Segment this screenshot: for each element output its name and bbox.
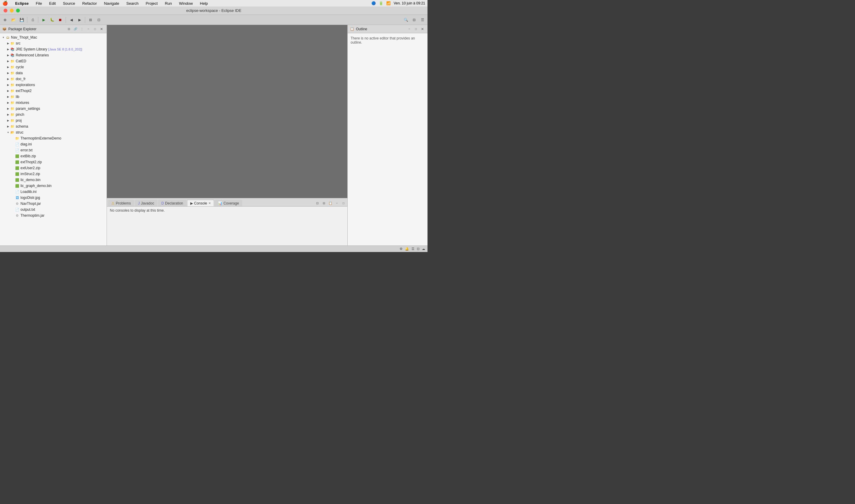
outline-close-button[interactable]: ✕ [420, 26, 425, 32]
toolbar-forward[interactable]: ▶ [76, 16, 84, 23]
toolbar-right-1[interactable]: ⊟ [410, 16, 418, 23]
menu-window[interactable]: Window [178, 1, 194, 6]
tree-item-data[interactable]: ▶ 📁 data [0, 70, 107, 76]
tab-declaration[interactable]: D Declaration [158, 200, 186, 206]
outline-maximize-button[interactable]: □ [413, 26, 418, 32]
file-licgraph-icon: 🟩 [15, 183, 20, 188]
toolbar-maximize[interactable]: ⊡ [95, 16, 103, 23]
tree-item-cycle[interactable]: ▶ 📁 cycle [0, 64, 107, 70]
tree-item-struc[interactable]: ▾ 📂 struc [0, 129, 107, 136]
toolbar-save[interactable]: 💾 [18, 16, 25, 23]
toolbar-search-icon[interactable]: 🔍 [402, 16, 410, 23]
apple-menu[interactable]: 🍎 [2, 1, 8, 6]
maximize-panel-button[interactable]: □ [92, 26, 98, 32]
tree-item-extbib-zip[interactable]: 🟩 extBib.zip [0, 153, 107, 159]
tab-coverage[interactable]: 📊 Coverage [215, 200, 242, 206]
view-menu-button[interactable]: ⋮ [79, 26, 85, 32]
tree-item-mixtures[interactable]: ▶ 📁 mixtures [0, 100, 107, 106]
status-icon-3[interactable]: ☰ [411, 247, 414, 251]
tree-item-output-txt[interactable]: 📄 output.txt [0, 206, 107, 213]
console-display-btn-1[interactable]: ⊡ [315, 200, 320, 206]
console-close-button[interactable]: ✕ [209, 201, 211, 205]
tree-arrow-src: ▶ [6, 41, 10, 46]
menu-refactor[interactable]: Refactor [81, 1, 98, 6]
tree-item-lic-demo-bin[interactable]: 🟩 lic_demo.bin [0, 177, 107, 183]
outline-panel: 📋 Outline − □ ✕ There is no active edito… [348, 25, 427, 246]
tab-problems[interactable]: ⚠ Problems [108, 200, 134, 206]
tree-item-lib[interactable]: ▶ 📁 lib [0, 94, 107, 100]
status-icon-1[interactable]: ⚙ [399, 247, 403, 251]
tree-label-extthopt2: extThopt2 [16, 89, 32, 93]
tree-item-thermoptim-jar[interactable]: ⚙ Thermoptim.jar [0, 213, 107, 218]
tree-item-pinch[interactable]: ▶ 📁 pinch [0, 112, 107, 118]
tree-spacer-error [11, 148, 15, 152]
tree-item-extthopt2[interactable]: ▶ 📁 extThopt2 [0, 88, 107, 94]
tree-item-explorations[interactable]: ▶ 📁 explorations [0, 82, 107, 88]
tree-item-error-txt[interactable]: 📄 error.txt [0, 147, 107, 153]
maximize-button[interactable] [16, 8, 20, 13]
tree-label-navthopt: NavThopt.jar [20, 201, 41, 206]
editor-and-bottom: ⚠ Problems J Javadoc D Declaration ▶ Con… [107, 25, 348, 246]
console-display-btn-2[interactable]: ⊟ [321, 200, 326, 206]
tree-item-logodistr-jpg[interactable]: 🖼 logoDistr.jpg [0, 195, 107, 201]
status-icon-2[interactable]: 🔔 [405, 247, 409, 251]
menu-edit[interactable]: Edit [48, 1, 57, 6]
file-diag-icon: 📄 [15, 142, 20, 147]
tree-item-lic-graph-bin[interactable]: 🟩 lic_graph_demo.bin [0, 183, 107, 189]
menu-eclipse[interactable]: Eclipse [14, 1, 30, 6]
tree-label-doc-fr: doc_fr [16, 77, 25, 81]
tree-item-nav-thopt-mac[interactable]: ▾ 🗂 Nav_Thopt_Mac [0, 34, 107, 40]
toolbar-perspective[interactable]: ⊞ [87, 16, 94, 23]
collapse-all-button[interactable]: ⊟ [66, 26, 72, 32]
maximize-bottom-button[interactable]: □ [341, 200, 346, 206]
menu-file[interactable]: File [35, 1, 43, 6]
tree-item-thermoptim-externe[interactable]: 📁 ThermoptimExterneDemo [0, 136, 107, 141]
close-panel-button[interactable]: ✕ [99, 26, 104, 32]
menu-project[interactable]: Project [145, 1, 159, 6]
status-icon-4[interactable]: ⊡ [417, 247, 420, 251]
status-icon-5[interactable]: ☁ [422, 247, 425, 251]
tree-item-jre[interactable]: ▶ 📚 JRE System Library [Java SE 8 [1.8.0… [0, 46, 107, 52]
tree-item-proj[interactable]: ▶ 📁 proj [0, 118, 107, 124]
tree-arrow-struc: ▾ [6, 130, 10, 134]
toolbar-stop[interactable]: ⏹ [56, 16, 64, 23]
menu-search[interactable]: Search [125, 1, 140, 6]
tree-arrow-nav: ▾ [1, 35, 5, 39]
tree-item-schema[interactable]: ▶ 📁 schema [0, 124, 107, 129]
toolbar-right-2[interactable]: ☰ [418, 16, 426, 23]
folder-struc-icon: 📂 [10, 130, 15, 135]
link-editor-button[interactable]: 🔗 [73, 26, 78, 32]
toolbar-open[interactable]: 📂 [10, 16, 17, 23]
menu-run[interactable]: Run [164, 1, 173, 6]
tree-item-doc-fr[interactable]: ▶ 📁 doc_fr [0, 76, 107, 82]
close-button[interactable] [3, 8, 7, 13]
tree-item-extthopt2-zip[interactable]: 🟩 extThopt2.zip [0, 159, 107, 165]
tree-item-navthopt-jar[interactable]: ⚙ NavThopt.jar [0, 201, 107, 206]
toolbar-debug[interactable]: 🐛 [48, 16, 56, 23]
tree-item-cated[interactable]: ▶ 📁 CatED [0, 58, 107, 64]
tree-item-diag-ini[interactable]: 📄 diag.ini [0, 141, 107, 147]
tree-item-ref-libs[interactable]: ▶ 📚 Referenced Libraries [0, 52, 107, 58]
menu-help[interactable]: Help [199, 1, 209, 6]
menu-source[interactable]: Source [62, 1, 76, 6]
toolbar-new[interactable]: ⊕ [1, 16, 9, 23]
tree-item-param-settings[interactable]: ▶ 📁 param_settings [0, 106, 107, 112]
folder-schema-icon: 📁 [10, 124, 15, 129]
outline-minimize-button[interactable]: − [407, 26, 412, 32]
toolbar-back[interactable]: ◀ [67, 16, 75, 23]
toolbar-run[interactable]: ▶ [40, 16, 48, 23]
minimize-panel-button[interactable]: − [86, 26, 91, 32]
tab-javadoc[interactable]: J Javadoc [135, 200, 158, 206]
tab-console[interactable]: ▶ Console ✕ [187, 200, 214, 206]
tree-item-src[interactable]: ▶ 📁 src [0, 40, 107, 46]
menu-navigate[interactable]: Navigate [103, 1, 120, 6]
tree-item-extuser2-zip[interactable]: 🟩 extUser2.zip [0, 165, 107, 171]
minimize-bottom-button[interactable]: − [334, 200, 340, 206]
bottom-panel: ⚠ Problems J Javadoc D Declaration ▶ Con… [107, 198, 348, 246]
tree-arrow-explorations: ▶ [6, 83, 10, 87]
tree-item-loadlib-ini[interactable]: 📄 Loadlib.ini [0, 189, 107, 195]
toolbar-print[interactable]: ⎙ [29, 16, 36, 23]
console-display-btn-3[interactable]: 📋 [328, 200, 333, 206]
tree-item-imstruc2-zip[interactable]: 🟩 imStruc2.zip [0, 171, 107, 177]
minimize-button[interactable] [10, 8, 14, 13]
